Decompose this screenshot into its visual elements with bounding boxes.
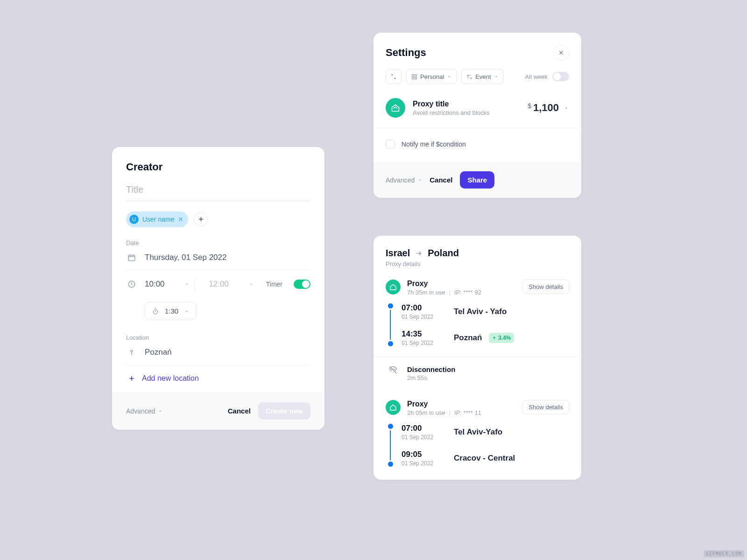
all-week-label: All week (525, 73, 548, 80)
a-date: 01 Sep 2022 (402, 314, 443, 320)
close-button[interactable] (553, 45, 569, 61)
proxy-badge-icon (386, 280, 401, 294)
svg-point-9 (471, 77, 472, 78)
user-chip[interactable]: U User name ✕ (126, 211, 188, 227)
location-label: Location (126, 334, 310, 341)
time-from-value: 10:00 (145, 280, 165, 289)
user-avatar: U (129, 215, 139, 224)
all-week-toggle[interactable] (552, 72, 569, 81)
b-time: 09:05 (402, 450, 443, 459)
route-to: Poland (428, 248, 459, 259)
time-from-select[interactable]: 10:00 (145, 278, 195, 291)
settings-cancel-button[interactable]: Cancel (422, 171, 460, 189)
b-place: Poznań (454, 333, 482, 342)
disconnection-time: 2m 55s (407, 374, 427, 381)
proxy-badge-icon (386, 400, 401, 415)
proxy-icon (386, 98, 405, 118)
remove-user-icon[interactable]: ✕ (178, 216, 183, 223)
time-to-select[interactable]: 12:00 (202, 278, 258, 291)
price-currency: $ (528, 102, 531, 110)
svg-point-3 (131, 350, 133, 352)
proxy-segment: Proxy 7h 35m in use | IP: **** 92 Show d… (374, 269, 581, 357)
segment-title: Proxy (407, 400, 481, 408)
b-date: 01 Sep 2022 (402, 460, 443, 467)
creator-heading: Creator (126, 161, 310, 173)
pct-badge: 3.4% (489, 333, 514, 343)
svg-rect-7 (415, 77, 417, 79)
expand-icon-button[interactable] (386, 69, 402, 84)
b-place: Cracov - Central (454, 454, 515, 463)
a-place: Tel Aviv - Yafo (454, 307, 507, 316)
settings-card: Settings Personal Event All week Proxy t… (374, 33, 581, 198)
svg-rect-6 (412, 77, 414, 79)
a-time: 07:00 (402, 303, 443, 313)
timer-toggle[interactable] (294, 280, 310, 289)
segment-duration: 2h 05m in use (407, 409, 445, 416)
price-amount: 1,100 (533, 102, 559, 114)
settings-advanced-link[interactable]: Advanced (386, 176, 422, 184)
segment-title: Proxy (407, 280, 481, 288)
cancel-button[interactable]: Cancel (220, 402, 258, 420)
add-user-button[interactable]: + (194, 212, 208, 226)
svg-point-8 (467, 75, 468, 76)
proxy-subtitle: Avoid restrictions and blocks (413, 109, 490, 116)
b-time: 14:35 (402, 329, 443, 339)
details-subtitle: Proxy details (386, 260, 569, 267)
b-date: 01 Sep 2022 (402, 340, 443, 346)
notify-label: Notify me if $condition (402, 140, 466, 148)
price-select[interactable]: $ 1,100 (528, 102, 569, 114)
show-details-button[interactable]: Show details (522, 280, 569, 294)
creator-card: Creator U User name ✕ + Date Thursday, 0… (112, 147, 324, 430)
a-place: Tel Aviv-Yafo (454, 427, 502, 437)
duration-value: 1:30 (165, 307, 178, 315)
route-heading: Israel Poland (386, 248, 569, 259)
svg-rect-5 (415, 74, 417, 76)
personal-filter[interactable]: Personal (406, 69, 457, 84)
create-button[interactable]: Create new (258, 402, 310, 420)
title-input[interactable] (126, 182, 310, 201)
disconnection-icon (386, 365, 401, 375)
disconnection-row: Disconnection 2m 55s (374, 357, 581, 390)
pin-icon (126, 349, 137, 356)
details-card: Israel Poland Proxy details Proxy 7h 35m… (374, 236, 581, 480)
duration-select[interactable]: 1:30 (145, 302, 197, 320)
proxy-title: Proxy title (413, 100, 490, 108)
date-row[interactable]: Thursday, 01 Sep 2022 (126, 253, 310, 270)
settings-heading: Settings (386, 47, 426, 59)
date-value: Thursday, 01 Sep 2022 (145, 253, 226, 262)
timer-label: Timer (266, 280, 282, 288)
event-filter[interactable]: Event (461, 69, 503, 84)
calendar-icon (126, 253, 137, 262)
add-location-button[interactable]: Add new location (126, 374, 310, 383)
proxy-segment: Proxy 2h 05m in use | IP: **** 11 Show d… (374, 390, 581, 480)
route-from: Israel (386, 248, 410, 259)
add-location-label: Add new location (142, 374, 199, 383)
disconnection-title: Disconnection (407, 365, 455, 373)
segment-ip: IP: **** 11 (454, 409, 481, 416)
location-row[interactable]: Poznań (126, 348, 310, 366)
svg-point-2 (153, 309, 157, 314)
watermark: GIFMOCK.COM (704, 550, 744, 557)
show-details-button[interactable]: Show details (522, 400, 569, 414)
location-value: Poznań (145, 348, 172, 357)
share-button[interactable]: Share (460, 171, 494, 189)
advanced-link[interactable]: Advanced (126, 407, 162, 415)
date-label: Date (126, 239, 310, 246)
clock-icon (126, 280, 137, 288)
segment-duration: 7h 35m in use (407, 289, 445, 296)
svg-rect-0 (128, 255, 135, 261)
time-to-value: 12:00 (209, 280, 229, 289)
segment-ip: IP: **** 92 (454, 289, 481, 296)
a-date: 01 Sep 2022 (402, 434, 443, 441)
notify-checkbox[interactable] (386, 140, 395, 149)
svg-rect-4 (412, 74, 414, 76)
a-time: 07:00 (402, 424, 443, 433)
user-chip-name: User name (142, 216, 174, 223)
